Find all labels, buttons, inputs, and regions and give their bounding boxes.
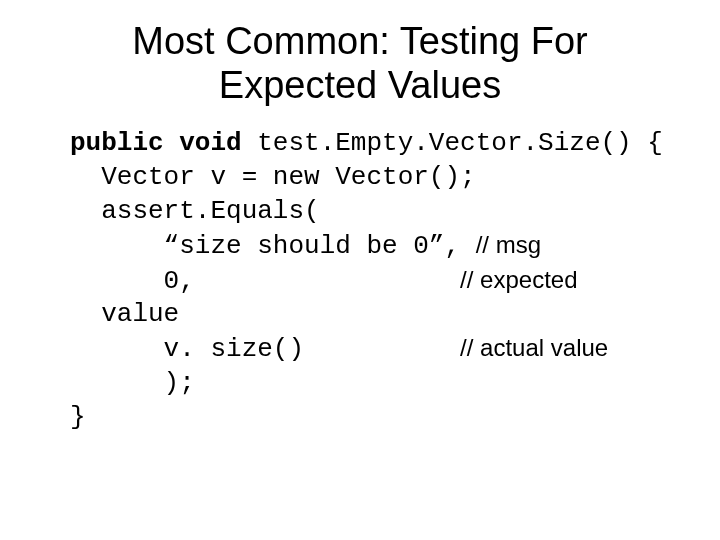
code-line-4a: “size should be 0”, bbox=[70, 231, 476, 261]
code-line-6: value bbox=[70, 299, 179, 329]
code-line-9: } bbox=[70, 402, 86, 432]
comment-expected: // expected bbox=[460, 266, 577, 293]
code-line-5a: 0, bbox=[70, 266, 460, 296]
code-block: public void test.Empty.Vector.Size() { V… bbox=[70, 127, 660, 434]
code-line-1b: test.Empty.Vector.Size() { bbox=[242, 128, 663, 158]
slide-title: Most Common: Testing For Expected Values bbox=[60, 20, 660, 107]
comment-actual: // actual value bbox=[460, 334, 608, 361]
code-line-3: assert.Equals( bbox=[70, 196, 320, 226]
title-line-1: Most Common: Testing For bbox=[132, 20, 587, 62]
code-line-8: ); bbox=[70, 368, 195, 398]
title-line-2: Expected Values bbox=[219, 64, 501, 106]
slide-container: Most Common: Testing For Expected Values… bbox=[0, 0, 720, 435]
code-line-7a: v. size() bbox=[70, 334, 460, 364]
comment-msg: // msg bbox=[476, 231, 541, 258]
code-keywords: public void bbox=[70, 128, 242, 158]
code-line-2: Vector v = new Vector(); bbox=[70, 162, 476, 192]
